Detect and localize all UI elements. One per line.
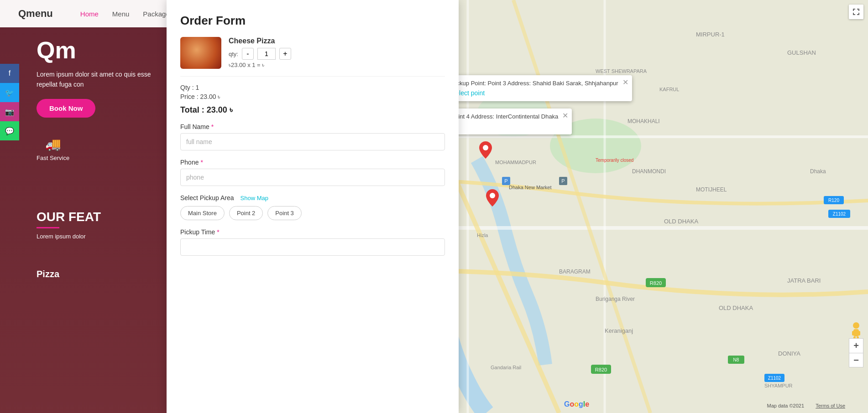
qty-row: qty: - + <box>229 48 445 60</box>
svg-text:MOTIJHEEL: MOTIJHEEL <box>696 186 727 193</box>
qty-plus-button[interactable]: + <box>279 48 291 60</box>
facebook-icon[interactable]: f <box>0 64 19 83</box>
tooltip-4-close-button[interactable]: ✕ <box>562 111 568 120</box>
item-image <box>180 37 221 69</box>
svg-text:KAFRUL: KAFRUL <box>659 87 679 92</box>
item-image-inner <box>180 37 221 69</box>
order-summary: Qty : 1 Price : 23.00 ৳ Total : 23.00 ৳ <box>180 84 445 115</box>
svg-text:MIRPUR-1: MIRPUR-1 <box>696 31 725 38</box>
total-label: Total : <box>180 105 204 114</box>
svg-text:Temporarily closed: Temporarily closed <box>596 158 633 163</box>
svg-text:N8: N8 <box>733 357 739 362</box>
order-form-title: Order Form <box>180 14 445 28</box>
svg-text:Gandaria Rail: Gandaria Rail <box>491 365 521 370</box>
svg-point-55 <box>483 145 488 150</box>
phone-required-star: * <box>200 159 203 166</box>
svg-text:Hizla: Hizla <box>477 232 488 238</box>
tooltip-3-close-button[interactable]: ✕ <box>622 78 628 87</box>
nav-menu[interactable]: Menu <box>112 10 130 18</box>
svg-point-57 <box>853 322 859 329</box>
social-sidebar: f 🐦 📷 💬 <box>0 64 19 140</box>
google-watermark: Google <box>564 400 589 408</box>
book-now-button[interactable]: Book Now <box>37 99 95 118</box>
qty-summary: Qty : 1 <box>180 84 445 91</box>
instagram-icon[interactable]: 📷 <box>0 102 19 121</box>
svg-text:P: P <box>504 178 507 184</box>
nav-home[interactable]: Home <box>80 10 99 18</box>
qty-input[interactable] <box>257 48 276 60</box>
svg-text:DONIYA: DONIYA <box>778 350 800 357</box>
qty-minus-button[interactable]: - <box>242 48 254 60</box>
pickup-point-3[interactable]: Point 3 <box>267 206 301 220</box>
svg-text:Dhaka: Dhaka <box>810 168 826 175</box>
total-value: 23.00 <box>207 105 227 114</box>
svg-text:OLD DHAKA: OLD DHAKA <box>664 218 698 225</box>
zoom-out-button[interactable]: − <box>849 353 863 367</box>
zoom-in-button[interactable]: + <box>849 338 863 353</box>
qty-label: qty: <box>229 51 238 57</box>
twitter-icon[interactable]: 🐦 <box>0 83 19 102</box>
svg-text:OLD DHAKA: OLD DHAKA <box>719 305 753 311</box>
hero-section: Qm Lorem ipsum dolor sit amet co quis es… <box>37 36 173 118</box>
fullscreen-icon <box>852 8 860 15</box>
pickup-required-star: * <box>217 228 219 236</box>
item-details: Cheese Pizza qty: - + ৳23.00 x 1 = ৳ <box>229 37 445 69</box>
tooltip-point-3: ✕ Pickup Point: Point 3 Address: Shahid … <box>445 75 632 101</box>
brand-logo: Qmenu <box>18 8 53 20</box>
price-summary: Price : 23.00 ৳ <box>180 93 445 101</box>
total-currency: ৳ <box>230 105 233 114</box>
fullscreen-button[interactable] <box>849 5 863 19</box>
full-name-field: Full Name * <box>180 123 445 150</box>
order-form-panel: Order Form Cheese Pizza qty: - + ৳23.00 … <box>167 0 459 413</box>
phone-label: Phone * <box>180 159 445 166</box>
hero-description: Lorem ipsum dolor sit amet co quis esse … <box>37 69 173 90</box>
tooltip-3-title: Pickup Point: Point 3 Address: Shahid Ba… <box>451 80 626 87</box>
our-feat-heading: OUR FEAT <box>37 210 101 224</box>
item-name: Cheese Pizza <box>229 37 445 45</box>
fast-service-label: Fast Service <box>37 155 69 161</box>
phone-input[interactable] <box>180 169 445 186</box>
pickup-area-field: Select Pickup Area Show Map Main Store P… <box>180 194 445 220</box>
map-terms-link[interactable]: Terms of Use <box>816 403 845 408</box>
pickup-time-input[interactable] <box>180 238 445 256</box>
pickup-pin-3[interactable] <box>479 141 492 160</box>
pickup-points-container: Main Store Point 2 Point 3 <box>180 206 445 220</box>
full-name-input[interactable] <box>180 133 445 150</box>
full-name-label: Full Name * <box>180 123 445 130</box>
pin-3-icon <box>479 141 492 159</box>
svg-text:MOHAMMADPUR: MOHAMMADPUR <box>495 160 536 165</box>
svg-text:MOHAKHALI: MOHAKHALI <box>627 118 660 124</box>
pickup-time-field: Pickup Time * <box>180 228 445 256</box>
svg-rect-60 <box>858 331 860 336</box>
our-feat-section: OUR FEAT Lorem ipsum dolor <box>37 210 101 240</box>
pickup-time-label: Pickup Time * <box>180 228 445 236</box>
svg-text:Z1102: Z1102 <box>768 376 781 381</box>
tooltip-3-select[interactable]: Select point <box>451 89 626 97</box>
pickup-point-2[interactable]: Point 2 <box>229 206 263 220</box>
svg-text:WEST SHEWRAPARA: WEST SHEWRAPARA <box>596 68 647 74</box>
truck-icon: 🚚 <box>45 137 61 152</box>
svg-text:Z1102: Z1102 <box>833 212 846 217</box>
features-section: 🚚 Fast Service <box>37 137 69 161</box>
svg-text:Keraniganj: Keraniganj <box>605 327 633 334</box>
whatsapp-icon[interactable]: 💬 <box>0 121 19 140</box>
our-feat-description: Lorem ipsum dolor <box>37 233 101 240</box>
required-star: * <box>211 123 214 130</box>
pickup-area-label: Select Pickup Area <box>180 194 234 201</box>
svg-text:GULSHAN: GULSHAN <box>787 49 816 56</box>
pizza-heading: Pizza <box>37 269 59 279</box>
svg-rect-59 <box>852 331 854 336</box>
svg-text:R820: R820 <box>650 280 662 286</box>
phone-field: Phone * <box>180 159 445 186</box>
svg-text:JATRA BARI: JATRA BARI <box>787 277 821 284</box>
pin-4-icon <box>486 189 499 206</box>
svg-text:BARAGRAM: BARAGRAM <box>559 268 591 275</box>
svg-text:R820: R820 <box>595 367 607 372</box>
item-price: ৳23.00 x 1 = ৳ <box>229 62 445 69</box>
show-map-link[interactable]: Show Map <box>241 195 268 201</box>
zoom-controls: + − <box>849 338 863 367</box>
pickup-main-store[interactable]: Main Store <box>180 206 225 220</box>
street-view-pegman[interactable] <box>849 322 863 340</box>
pizza-section: Pizza <box>37 269 59 279</box>
pickup-pin-4[interactable] <box>486 189 499 208</box>
